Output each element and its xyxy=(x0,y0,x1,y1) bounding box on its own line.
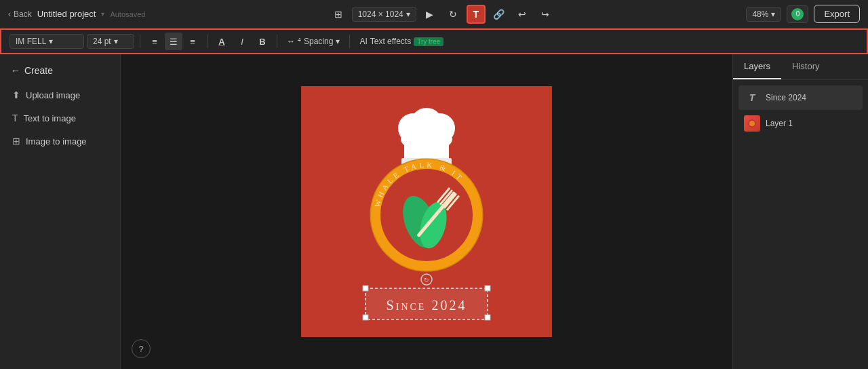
topbar-left: ‹ Back Untitled project ▾ Autosaved xyxy=(8,9,145,19)
canvas-svg: WHALE TALK & IT Since 2024 ↻ xyxy=(301,86,552,337)
status-dot: 0 xyxy=(791,8,804,20)
resize-icon[interactable]: ⊞ xyxy=(329,5,348,24)
sidebar-item-upload-image[interactable]: ⬆ Upload image xyxy=(5,84,115,106)
svg-rect-19 xyxy=(363,286,368,291)
divider xyxy=(349,35,350,48)
font-size-selector[interactable]: 24 pt ▾ xyxy=(87,34,134,49)
bold-button[interactable]: B xyxy=(254,33,271,50)
zoom-value: 48% xyxy=(752,9,768,19)
chevron-down-icon: ▾ xyxy=(406,9,410,19)
svg-text:↻: ↻ xyxy=(424,277,429,284)
refresh-icon[interactable]: ↻ xyxy=(443,5,462,24)
sidebar-item-image-to-image[interactable]: ⊞ Image to image xyxy=(5,130,115,152)
chevron-down-icon: ▾ xyxy=(771,9,775,19)
main-content: ← Create ⬆ Upload image T Text to image … xyxy=(0,54,868,369)
formatbar: IM FELL ▾ 24 pt ▾ ≡ ☰ ≡ A I B ↔ ⁴ Spacin… xyxy=(0,28,868,54)
italic-button[interactable]: I xyxy=(233,33,251,50)
image-icon: ⊞ xyxy=(12,136,20,147)
text-effects-button[interactable]: AI Text effects Try free xyxy=(355,35,448,48)
redo-icon[interactable]: ↪ xyxy=(536,5,555,24)
svg-rect-22 xyxy=(485,315,490,320)
sidebar-item-label: Image to image xyxy=(26,136,87,147)
canvas-size-value: 1024 × 1024 xyxy=(358,9,403,19)
panel-tabs: Layers History xyxy=(733,54,868,80)
tab-history[interactable]: History xyxy=(781,54,830,79)
layer-item-text[interactable]: T Since 2024 xyxy=(738,85,863,110)
font-family-selector[interactable]: IM FELL ▾ xyxy=(9,34,84,49)
text-align-group: ≡ ☰ ≡ xyxy=(146,33,201,50)
upload-icon: ⬆ xyxy=(12,90,20,100)
help-button[interactable]: ? xyxy=(132,339,151,358)
notification-count: 0 xyxy=(796,10,800,18)
font-size-value: 24 pt xyxy=(93,37,111,46)
back-label: Back xyxy=(14,9,32,19)
topbar: ‹ Back Untitled project ▾ Autosaved ⊞ 10… xyxy=(0,0,868,28)
export-button[interactable]: Export xyxy=(814,5,860,23)
right-panel: Layers History T Since 2024 Layer 1 xyxy=(732,54,868,369)
text-effects-label: Text effects xyxy=(370,37,411,46)
topbar-right: 48% ▾ 0 Export xyxy=(738,5,860,23)
project-name[interactable]: Untitled project xyxy=(37,9,96,19)
layer-image-icon xyxy=(744,115,760,132)
back-button[interactable]: ‹ Back xyxy=(8,9,32,19)
sidebar-item-label: Upload image xyxy=(26,90,80,100)
undo-icon[interactable]: ↩ xyxy=(513,5,532,24)
sidebar-item-label: Text to image xyxy=(24,113,76,123)
align-center-button[interactable]: ☰ xyxy=(165,33,182,50)
text-color-button[interactable]: A xyxy=(213,33,231,50)
divider xyxy=(207,35,208,48)
svg-point-27 xyxy=(749,121,755,126)
spacing-icon: ↔ xyxy=(287,37,295,46)
spacing-button[interactable]: ↔ ⁴ Spacing ▾ xyxy=(283,35,344,48)
text-image-icon: T xyxy=(12,113,18,123)
sidebar: ← Create ⬆ Upload image T Text to image … xyxy=(0,54,121,369)
divider xyxy=(140,35,140,48)
canvas-wrapper[interactable]: WHALE TALK & IT Since 2024 ↻ xyxy=(301,86,552,337)
ai-icon: AI xyxy=(359,37,367,46)
topbar-center: ⊞ 1024 × 1024 ▾ ▶ ↻ T 🔗 ↩ ↪ xyxy=(151,5,732,24)
layer-name: Since 2024 xyxy=(766,93,806,102)
align-left-button[interactable]: ≡ xyxy=(146,33,163,50)
svg-rect-20 xyxy=(485,286,490,291)
layer-name: Layer 1 xyxy=(766,119,793,128)
spacing-value-label: Spacing xyxy=(304,37,333,46)
back-arrow-icon: ‹ xyxy=(8,9,11,19)
zoom-selector[interactable]: 48% ▾ xyxy=(746,7,781,22)
font-family-value: IM FELL xyxy=(16,37,46,46)
chevron-down-icon: ▾ xyxy=(336,37,340,46)
align-right-button[interactable]: ≡ xyxy=(184,33,201,50)
notification-badge[interactable]: 0 xyxy=(787,5,808,23)
link-icon[interactable]: 🔗 xyxy=(490,5,509,24)
sidebar-header: ← Create xyxy=(5,62,115,84)
divider xyxy=(277,35,277,48)
sidebar-item-text-to-image[interactable]: T Text to image xyxy=(5,107,115,129)
create-label: Create xyxy=(24,65,53,76)
tab-layers[interactable]: Layers xyxy=(733,54,781,79)
text-tool-icon[interactable]: T xyxy=(467,5,486,24)
try-free-badge[interactable]: Try free xyxy=(414,37,443,46)
layer-text-icon: T xyxy=(744,90,760,106)
create-icon: ← xyxy=(11,65,20,76)
svg-text:Since 2024: Since 2024 xyxy=(387,298,467,313)
layer-item-image[interactable]: Layer 1 xyxy=(738,111,863,136)
canvas-area: WHALE TALK & IT Since 2024 ↻ xyxy=(121,54,732,369)
autosaved-status: Autosaved xyxy=(110,10,145,18)
canvas-size-selector[interactable]: 1024 × 1024 ▾ xyxy=(352,7,416,22)
chevron-down-icon: ▾ xyxy=(114,37,118,46)
layers-list: T Since 2024 Layer 1 xyxy=(733,80,868,142)
spacing-label: ⁴ xyxy=(298,37,301,46)
chevron-down-icon: ▾ xyxy=(101,10,104,18)
svg-rect-21 xyxy=(363,315,368,320)
play-icon[interactable]: ▶ xyxy=(420,5,439,24)
chevron-down-icon: ▾ xyxy=(49,37,53,46)
svg-point-5 xyxy=(425,113,455,143)
